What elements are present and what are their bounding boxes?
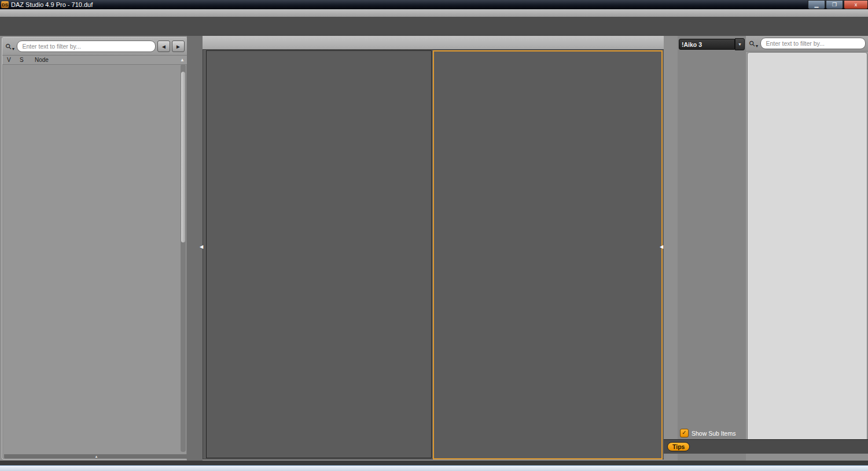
scene-panel-splitter[interactable]: ▲	[4, 454, 189, 459]
restore-button[interactable]: ❐	[826, 0, 843, 9]
toolbar	[0, 17, 868, 36]
scene-panel: ⚲ ▼ Enter text to filter by... ◄ ► V S N…	[0, 36, 203, 462]
bottom-divider	[0, 461, 868, 465]
scene-tree-header: V S Node ▲	[2, 56, 187, 65]
tips-button[interactable]: Tips	[667, 442, 690, 451]
left-splitter-arrow-icon[interactable]: ◀	[200, 244, 203, 249]
sliders-scroll-area: ▲	[747, 52, 867, 452]
node-selector-dropdown[interactable]: !Aiko 3	[679, 39, 735, 50]
viewport-tab-bar	[203, 36, 664, 49]
show-sub-items-row[interactable]: ✓ Show Sub Items	[680, 429, 735, 437]
title-bar: DS DAZ Studio 4.9 Pro - 710.duf ▁ ❐ x	[0, 0, 868, 9]
show-sub-items-label: Show Sub Items	[692, 430, 735, 437]
column-node: Node	[35, 57, 178, 63]
show-sub-items-checkbox[interactable]: ✓	[680, 429, 689, 437]
parameters-panel: !Aiko 3 ▼ ✓ Show Sub Items ⚲ ▼ Enter tex…	[664, 36, 868, 464]
scene-filter-input[interactable]: Enter text to filter by...	[17, 41, 156, 52]
filter-back-button[interactable]: ◄	[157, 41, 170, 52]
app-icon: DS	[1, 1, 9, 8]
viewport-right[interactable]	[433, 50, 663, 459]
tips-bar: Tips	[664, 439, 868, 454]
scene-scrollbar[interactable]	[181, 64, 186, 452]
status-bar	[0, 465, 868, 471]
filter-forward-button[interactable]: ►	[172, 41, 185, 52]
column-visible: V	[7, 57, 20, 63]
menu-bar	[0, 9, 868, 17]
minimize-button[interactable]: ▁	[808, 0, 825, 9]
node-selector-chevron-icon[interactable]: ▼	[735, 38, 745, 50]
scroll-up-icon[interactable]: ▲	[178, 57, 187, 62]
parameters-sliders: ⚲ ▼ Enter text to filter by... ▲	[746, 36, 868, 454]
daz-studio-window: DS DAZ Studio 4.9 Pro - 710.duf ▁ ❐ x ⚲ …	[0, 0, 868, 471]
close-button[interactable]: x	[844, 0, 868, 9]
viewport-area	[203, 36, 664, 464]
viewport-left[interactable]	[206, 50, 432, 458]
parameters-navigator: !Aiko 3 ▼ ✓ Show Sub Items	[678, 36, 746, 464]
scene-tree	[2, 64, 180, 453]
column-selectable: S	[20, 57, 35, 63]
parameters-filter-input[interactable]: Enter text to filter by...	[760, 38, 866, 49]
window-title: DAZ Studio 4.9 Pro - 710.duf	[11, 1, 93, 8]
right-splitter-arrow-icon[interactable]: ◀	[660, 244, 663, 249]
scene-filter-row: ⚲ ▼ Enter text to filter by... ◄ ►	[2, 38, 187, 56]
